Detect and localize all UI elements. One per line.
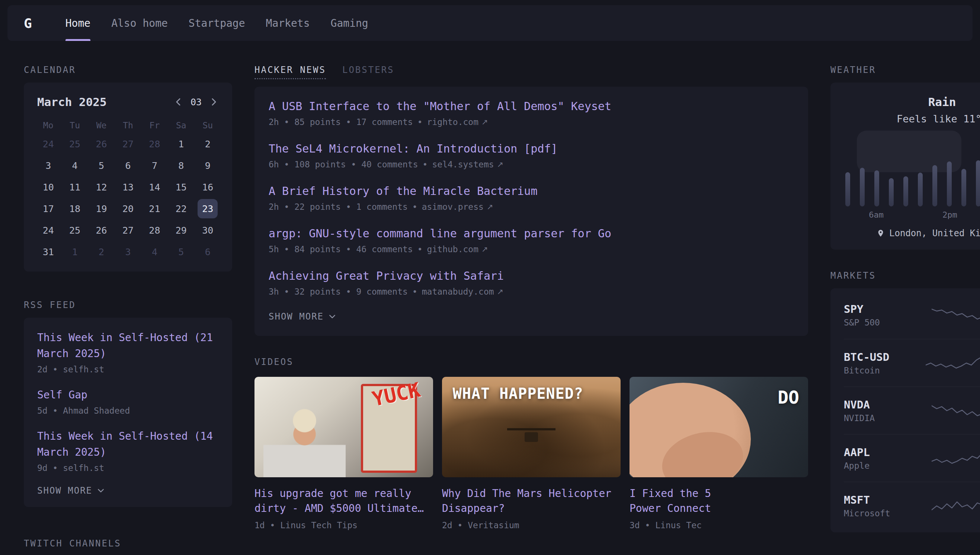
news-source-link[interactable]: github.com ↗ xyxy=(417,244,488,254)
news-source-link[interactable]: matanabudy.com ↗ xyxy=(412,287,504,297)
nav-tab[interactable]: Gaming xyxy=(331,5,368,41)
market-identity: BTC-USD Bitcoin xyxy=(844,351,925,375)
news-source-link[interactable]: asimov.press ↗ xyxy=(412,202,493,212)
calendar-day-number: 20 xyxy=(118,199,138,218)
calendar-day-number: 19 xyxy=(91,199,112,218)
news-meta-text: 2h • 85 points • 17 comments xyxy=(269,117,413,127)
calendar-day-number: 13 xyxy=(118,177,138,197)
markets-widget: SPY S&P 500 -0.27% $563.98 BTC-USD B xyxy=(831,288,980,532)
news-show-more-button[interactable]: SHOW MORE xyxy=(269,311,335,322)
calendar-prev-button[interactable] xyxy=(173,96,183,107)
video-thumbnail[interactable]: DO xyxy=(630,377,808,477)
tab-hacker-news[interactable]: HACKER NEWS xyxy=(255,65,326,79)
calendar-day: 4 xyxy=(141,241,168,263)
news-title-link[interactable]: The SeL4 Microkernel: An Introduction [p… xyxy=(269,142,558,156)
market-row[interactable]: BTC-USD Bitcoin +1.39% $84,999.29 xyxy=(844,339,980,387)
video-card[interactable]: WHAT HAPPENED? Why Did The Mars Helicopt… xyxy=(442,377,621,530)
nav-tab-label: Gaming xyxy=(331,17,368,29)
video-card[interactable]: DO I Fixed the 5 Power Connect 3d • Linu… xyxy=(630,377,808,530)
calendar-day: 24 xyxy=(35,133,61,155)
calendar-day-number: 8 xyxy=(171,156,191,175)
rss-item: This Week in Self-Hosted (14 March 2025)… xyxy=(37,428,219,473)
market-row[interactable]: AAPL Apple +1.95% $218.27 xyxy=(844,434,980,482)
calendar-next-button[interactable] xyxy=(209,96,219,107)
weather-hourly-chart: 12° xyxy=(845,136,980,221)
calendar-day-number: 21 xyxy=(144,199,164,218)
video-thumbnail[interactable]: WHAT HAPPENED? xyxy=(442,377,621,477)
calendar-day: 25 xyxy=(61,133,88,155)
news-item: argp: GNU-style command line argument pa… xyxy=(269,226,794,254)
market-identity: MSFT Microsoft xyxy=(844,494,925,518)
weather-condition: Rain xyxy=(845,95,980,109)
weather-bars xyxy=(845,148,980,207)
news-title-link[interactable]: A USB Interface to the "Mother of All De… xyxy=(269,99,611,114)
calendar-day-number: 28 xyxy=(144,221,164,240)
market-identity: SPY S&P 500 xyxy=(844,303,925,327)
thumbnail-overlay-text: YUCK xyxy=(370,378,422,411)
market-identity: AAPL Apple xyxy=(844,446,925,470)
nav-tab-label: Home xyxy=(66,17,90,29)
weather-widget: Rain Feels like 11°C 12° xyxy=(831,83,980,250)
calendar-day: 18 xyxy=(61,198,88,220)
calendar-day-number: 1 xyxy=(171,134,191,154)
news-list: A USB Interface to the "Mother of All De… xyxy=(269,99,794,297)
calendar-day: 22 xyxy=(168,198,194,220)
calendar-day: 5 xyxy=(168,241,194,263)
nav-tab[interactable]: Home xyxy=(66,5,90,41)
calendar-day: 3 xyxy=(35,155,61,176)
market-name: Microsoft xyxy=(844,508,925,518)
rss-item-link[interactable]: This Week in Self-Hosted (21 March 2025) xyxy=(37,330,219,362)
left-column: CALENDAR March 2025 03 Mo xyxy=(24,65,232,549)
market-row[interactable]: MSFT Microsoft +1.14% $391.26 xyxy=(844,482,980,529)
news-source-link[interactable]: sel4.systems ↗ xyxy=(423,160,504,169)
market-row[interactable]: SPY S&P 500 -0.27% $563.98 xyxy=(844,291,980,339)
calendar-day-number: 2 xyxy=(91,242,112,261)
calendar-day-number: 6 xyxy=(118,156,138,175)
news-meta: 2h • 85 points • 17 comments righto.com … xyxy=(269,117,794,127)
video-card[interactable]: YUCK His upgrade got me really dirty - A… xyxy=(255,377,433,530)
calendar-day: 15 xyxy=(168,176,194,198)
weather-bar xyxy=(889,178,894,207)
video-meta: 3d • Linus Tec xyxy=(630,520,808,530)
market-sparkline xyxy=(932,401,980,421)
rss-show-more-button[interactable]: SHOW MORE xyxy=(37,486,104,496)
tab-lobsters[interactable]: LOBSTERS xyxy=(342,65,395,75)
nav-tab[interactable]: Markets xyxy=(266,5,310,41)
news-meta: 5h • 84 points • 46 comments github.com … xyxy=(269,244,794,254)
news-source-link[interactable]: righto.com ↗ xyxy=(417,117,488,127)
calendar-day-number: 5 xyxy=(91,156,112,175)
market-sparkline xyxy=(932,448,980,468)
market-row[interactable]: NVDA NVIDIA -0.70% $117.70 xyxy=(844,387,980,434)
app-logo[interactable]: G xyxy=(24,16,32,31)
news-title-link[interactable]: argp: GNU-style command line argument pa… xyxy=(269,226,611,241)
weather-bar xyxy=(976,160,980,207)
news-title-link[interactable]: A Brief History of the Miracle Bacterium xyxy=(269,184,537,198)
calendar-day: 21 xyxy=(141,198,168,220)
chevron-down-icon xyxy=(329,314,335,319)
sparkline-path xyxy=(932,453,980,463)
video-thumbnail[interactable]: YUCK xyxy=(255,377,433,477)
sparkline-path xyxy=(932,406,980,415)
video-title-link[interactable]: Why Did The Mars Helicopter Disappear? xyxy=(442,486,621,516)
calendar-day-number: 24 xyxy=(38,134,58,154)
rss-item-meta: 5d • Ahmad Shadeed xyxy=(37,406,219,415)
twitch-heading: TWITCH CHANNELS xyxy=(24,538,232,549)
news-domain-text: matanabudy.com xyxy=(422,287,494,297)
news-domain-text: sel4.systems xyxy=(432,160,494,169)
calendar-day: 19 xyxy=(88,198,115,220)
calendar-day: 13 xyxy=(115,176,141,198)
rss-item-link[interactable]: This Week in Self-Hosted (14 March 2025) xyxy=(37,428,219,460)
videos-heading: VIDEOS xyxy=(255,357,808,367)
rss-item-link[interactable]: Self Gap xyxy=(37,387,219,403)
news-title-link[interactable]: Achieving Great Privacy with Safari xyxy=(269,269,504,283)
nav-tab[interactable]: Also home xyxy=(111,5,168,41)
calendar-weekday-row: Mo Tu We Th Fr Sa Su xyxy=(35,117,221,133)
video-title-link[interactable]: His upgrade got me really dirty - AMD $5… xyxy=(255,486,433,516)
calendar-day: 3 xyxy=(115,241,141,263)
weekday-label: Su xyxy=(194,117,221,133)
calendar-day: 24 xyxy=(35,220,61,241)
nav-tab[interactable]: Startpage xyxy=(189,5,245,41)
video-title-link[interactable]: I Fixed the 5 Power Connect xyxy=(630,486,808,516)
calendar-day-number: 23 xyxy=(197,199,218,218)
calendar-day: 29 xyxy=(168,220,194,241)
